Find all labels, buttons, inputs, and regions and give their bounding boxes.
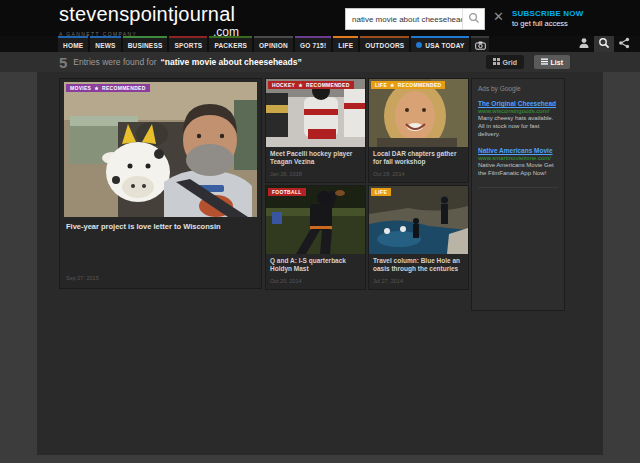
badge-label: FOOTBALL: [272, 189, 302, 195]
ads-panel: Ads by Google The Original Cheesehead ww…: [471, 78, 565, 311]
badge-label: LIFE: [375, 189, 387, 195]
category-badge: FOOTBALL: [268, 188, 306, 196]
ad-text: Native Americans Movie Get the FilmFanat…: [478, 162, 558, 178]
badge-recommended: RECOMMENDED: [398, 82, 442, 88]
list-view-button[interactable]: List: [534, 55, 570, 69]
article-card[interactable]: HOCKEY ★ RECOMMENDED Meet Pacelli hockey…: [265, 78, 366, 183]
grid-icon: [493, 58, 503, 66]
search-icon: [598, 35, 610, 53]
results-count: 5: [59, 54, 67, 71]
article-thumbnail: [266, 186, 365, 254]
ads-heading: Ads by Google: [478, 85, 558, 92]
badge-label: HOCKEY: [272, 82, 295, 88]
nav-label: PACKERS: [214, 39, 247, 52]
article-title[interactable]: Q and A: I-S quarterback Holdyn Mast: [270, 257, 361, 274]
ad-title[interactable]: The Original Cheesehead: [478, 100, 558, 107]
nav-item-usatoday[interactable]: USA TODAY: [411, 36, 469, 52]
nav-item-news[interactable]: NEWS: [90, 36, 120, 52]
nav-items: HOME NEWS BUSINESS SPORTS PACKERS OPINIO…: [58, 36, 491, 52]
nav-item-home[interactable]: HOME: [58, 36, 88, 52]
category-badge: HOCKEY ★ RECOMMENDED: [268, 81, 354, 89]
subscribe-sub-label: to get full access: [512, 19, 584, 28]
article-card[interactable]: LIFE Travel column: Blue Hole an oasis t…: [368, 185, 469, 290]
results-query: “native movie about cheeseheads”: [161, 57, 302, 67]
nav-label: OUTDOORS: [365, 39, 404, 52]
nav-label: NEWS: [95, 39, 115, 52]
account-button[interactable]: [574, 36, 594, 52]
list-button-label: List: [551, 59, 563, 66]
nav-label: OPINION: [259, 39, 288, 52]
article-card[interactable]: LIFE ★ RECOMMENDED Local DAR chapters ga…: [368, 78, 469, 183]
article-card[interactable]: FOOTBALL Q and A: I-S quarterback Holdyn…: [265, 185, 366, 290]
category-badge: LIFE: [371, 188, 391, 196]
nav-label: USA TODAY: [425, 39, 464, 52]
nav-item-life[interactable]: LIFE: [333, 36, 358, 52]
search-toggle-button[interactable]: [594, 36, 614, 52]
article-date: Jul 27, 2014: [373, 278, 403, 284]
search-results-area: MOVIES ★ RECOMMENDED Five-year project i…: [37, 72, 603, 455]
nav-label: BUSINESS: [128, 39, 163, 52]
ad-link[interactable]: Native Americans Movie www.smartmoviezon…: [478, 147, 558, 178]
share-button[interactable]: [614, 36, 634, 52]
article-card-featured[interactable]: MOVIES ★ RECOMMENDED Five-year project i…: [59, 78, 262, 289]
site-logo[interactable]: stevenspointjournal A GANNETT COMPANY .c…: [59, 3, 239, 39]
ads-divider: [478, 187, 558, 188]
nav-label: LIFE: [338, 39, 353, 52]
results-bar: 5 Entries were found for “native movie a…: [0, 52, 640, 72]
star-icon: ★: [94, 85, 99, 91]
results-column: HOCKEY ★ RECOMMENDED Meet Pacelli hockey…: [265, 78, 366, 292]
share-icon: [618, 35, 630, 53]
star-icon: ★: [390, 82, 395, 88]
nav-label: HOME: [63, 39, 83, 52]
nav-item-go715[interactable]: GO 715!: [295, 36, 331, 52]
article-thumbnail: [266, 79, 365, 147]
nav-item-sports[interactable]: SPORTS: [169, 36, 207, 52]
article-date: Oct 28, 2014: [373, 171, 405, 177]
nav-label: GO 715!: [300, 39, 326, 52]
nav-item-outdoors[interactable]: OUTDOORS: [360, 36, 409, 52]
main-navbar: HOME NEWS BUSINESS SPORTS PACKERS OPINIO…: [0, 36, 640, 52]
article-title[interactable]: Five-year project is love letter to Wisc…: [66, 222, 255, 231]
nav-item-packers[interactable]: PACKERS: [209, 36, 252, 52]
site-header: stevenspointjournal A GANNETT COMPANY .c…: [0, 0, 640, 36]
close-search-icon[interactable]: ✕: [493, 10, 504, 23]
logo-text: stevenspointjournal: [59, 3, 239, 25]
article-date: Jan 26, 2018: [270, 171, 302, 177]
user-icon: [578, 35, 590, 53]
usa-today-dot-icon: [416, 42, 422, 48]
search-input[interactable]: [346, 15, 462, 24]
badge-recommended: RECOMMENDED: [306, 82, 350, 88]
nav-item-opinion[interactable]: OPINION: [254, 36, 293, 52]
search-icon: [468, 10, 480, 28]
list-icon: [541, 58, 551, 66]
article-thumbnail: [369, 79, 468, 147]
header-search-box: [345, 8, 485, 30]
badge-label: MOVIES: [70, 85, 91, 91]
nav-item-photos[interactable]: [471, 36, 489, 52]
ad-link[interactable]: The Original Cheesehead www.wisconsingoo…: [478, 100, 558, 138]
badge-label: LIFE: [375, 82, 387, 88]
article-thumbnail: [369, 186, 468, 254]
article-title[interactable]: Meet Pacelli hockey player Teagan Vezina: [270, 150, 361, 167]
subscribe-link[interactable]: SUBSCRIBE NOW to get full access: [512, 9, 584, 28]
badge-recommended: RECOMMENDED: [102, 85, 146, 91]
nav-right-icons: [574, 36, 634, 52]
article-title[interactable]: Travel column: Blue Hole an oasis throug…: [373, 257, 464, 274]
grid-view-button[interactable]: Grid: [486, 55, 524, 69]
article-title[interactable]: Local DAR chapters gather for fall works…: [373, 150, 464, 167]
star-icon: ★: [298, 82, 303, 88]
category-badge: MOVIES ★ RECOMMENDED: [66, 84, 150, 92]
nav-label: SPORTS: [174, 39, 202, 52]
ad-title[interactable]: Native Americans Movie: [478, 147, 558, 154]
ad-url: www.wisconsingoods.com/: [478, 108, 558, 114]
search-submit-button[interactable]: [462, 9, 484, 29]
ad-url: www.smartmoviezone.com/: [478, 155, 558, 161]
nav-item-business[interactable]: BUSINESS: [123, 36, 168, 52]
page: stevenspointjournal A GANNETT COMPANY .c…: [0, 0, 640, 463]
category-badge: LIFE ★ RECOMMENDED: [371, 81, 445, 89]
article-date: Oct 20, 2014: [270, 278, 302, 284]
subscribe-now-label: SUBSCRIBE NOW: [512, 9, 584, 18]
article-date: Sep 27, 2015: [66, 275, 99, 281]
article-thumbnail: MOVIES ★ RECOMMENDED: [64, 82, 257, 217]
ad-text: Many cheesy hats available. All in stock…: [478, 115, 558, 138]
